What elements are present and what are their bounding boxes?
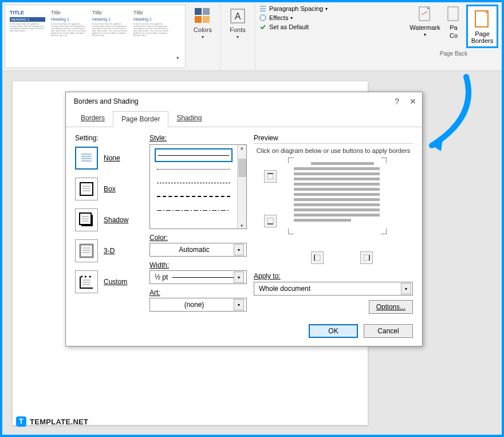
- color-label: Color:: [149, 234, 247, 242]
- corner-mark: [288, 158, 294, 163]
- style-thumb[interactable]: Title Heading 1 In the Insert tab, the g…: [90, 9, 130, 53]
- template-net-watermark: T TEMPLATE.NET: [16, 416, 88, 427]
- svg-point-9: [260, 15, 266, 21]
- setting-custom[interactable]: Custom: [75, 270, 143, 293]
- svg-rect-35: [267, 174, 273, 179]
- setting-shadow[interactable]: Shadow: [75, 208, 143, 231]
- tab-shading[interactable]: Shading: [168, 111, 210, 127]
- style-scrollbar[interactable]: ▴ ▾: [237, 145, 246, 229]
- colors-icon: [194, 7, 212, 25]
- watermark-icon: [416, 5, 434, 23]
- corner-mark: [381, 229, 387, 234]
- width-label: Width:: [149, 261, 247, 269]
- help-button[interactable]: ?: [395, 97, 399, 106]
- watermark-button[interactable]: Watermark ▾: [409, 5, 441, 48]
- gallery-more-button[interactable]: ▾: [172, 9, 183, 64]
- setting-box-icon: [75, 178, 98, 200]
- corner-mark: [288, 229, 294, 234]
- border-left-button[interactable]: [311, 251, 324, 264]
- apply-to-row: Apply to: Whole document ▾: [254, 272, 413, 296]
- setting-shadow-icon: [75, 208, 98, 231]
- border-top-button[interactable]: [264, 170, 277, 183]
- setting-label: Setting:: [75, 134, 143, 142]
- page-borders-button[interactable]: Page Borders: [466, 5, 498, 48]
- tab-page-border[interactable]: Page Border: [113, 111, 168, 127]
- setting-none[interactable]: None: [75, 147, 143, 170]
- preview-canvas[interactable]: [254, 160, 413, 269]
- color-select[interactable]: Automatic ▾: [149, 243, 247, 257]
- effects-button[interactable]: Effects ▾: [259, 14, 328, 22]
- colors-label: Colors: [194, 26, 212, 33]
- svg-rect-39: [314, 255, 320, 261]
- paragraph-spacing-button[interactable]: Paragraph Spacing ▾: [259, 5, 328, 13]
- width-preview-line: [172, 277, 234, 278]
- chevron-down-icon: ▾: [234, 271, 244, 283]
- scroll-down-icon[interactable]: ▾: [241, 223, 243, 229]
- page-borders-icon: [472, 9, 493, 29]
- svg-rect-28: [80, 245, 93, 257]
- set-as-default-button[interactable]: Set as Default: [259, 23, 328, 31]
- ok-button[interactable]: OK: [309, 324, 358, 338]
- setting-box[interactable]: Box: [75, 178, 143, 200]
- svg-rect-12: [448, 7, 458, 21]
- chevron-down-icon: ▾: [290, 15, 293, 21]
- check-icon: [259, 23, 267, 31]
- fonts-group: A Fonts ▾: [220, 2, 255, 70]
- dialog-tabs: Borders Page Border Shading: [66, 111, 422, 127]
- borders-and-shading-dialog: Borders and Shading ? ✕ Borders Page Bor…: [65, 92, 423, 347]
- chevron-down-icon: ▾: [325, 6, 328, 11]
- width-field: Width: ½ pt ▾: [149, 261, 247, 284]
- art-select[interactable]: (none) ▾: [149, 298, 247, 312]
- setting-none-icon: [75, 147, 98, 170]
- border-bottom-button[interactable]: [264, 215, 277, 227]
- style-dashed-fine[interactable]: [155, 176, 233, 190]
- art-field: Art: (none) ▾: [149, 289, 247, 312]
- style-column: Style: ▴ ▾: [149, 134, 247, 314]
- svg-text:A: A: [235, 11, 241, 21]
- scroll-up-icon[interactable]: ▴: [241, 145, 243, 151]
- page-background-group: Watermark ▾ Pa Co Page Borders Page Back: [405, 2, 502, 70]
- dialog-titlebar: Borders and Shading ? ✕: [66, 92, 422, 111]
- document-formatting-options: Paragraph Spacing ▾ Effects ▾ Set as Def…: [255, 2, 331, 70]
- colors-group: Colors ▾: [186, 2, 220, 70]
- svg-rect-41: [364, 255, 369, 261]
- ribbon: TITLE HEADING 1 In the Insert tab, the g…: [2, 2, 502, 71]
- close-button[interactable]: ✕: [410, 97, 416, 106]
- cancel-button[interactable]: Cancel: [364, 324, 413, 338]
- style-dash-dot[interactable]: [155, 203, 233, 217]
- document-formatting-gallery[interactable]: TITLE HEADING 1 In the Insert tab, the g…: [5, 5, 186, 68]
- style-label: Style:: [149, 134, 247, 142]
- colors-button[interactable]: Colors ▾: [191, 6, 214, 41]
- fonts-icon: A: [229, 7, 247, 25]
- chevron-down-icon: ▾: [234, 244, 244, 255]
- chevron-down-icon: ▾: [202, 34, 204, 40]
- page-color-icon: [444, 5, 463, 23]
- setting-column: Setting: None Box Sh: [75, 134, 143, 314]
- page-background-group-label: Page Back: [440, 50, 467, 57]
- svg-line-11: [422, 11, 427, 15]
- chevron-down-icon: ▾: [401, 283, 411, 294]
- width-select[interactable]: ½ pt ▾: [149, 270, 247, 284]
- svg-rect-13: [475, 11, 488, 27]
- style-dashed[interactable]: [155, 190, 233, 203]
- apply-to-label: Apply to:: [254, 272, 413, 280]
- options-button[interactable]: Options...: [369, 300, 413, 314]
- dialog-footer: OK Cancel: [66, 318, 422, 346]
- style-thumb[interactable]: TITLE HEADING 1 In the Insert tab, the g…: [7, 9, 48, 53]
- setting-3d[interactable]: 3-D: [75, 239, 143, 262]
- tab-borders[interactable]: Borders: [73, 111, 113, 127]
- art-label: Art:: [149, 289, 247, 297]
- style-dotted[interactable]: [155, 162, 233, 176]
- scrollbar-thumb[interactable]: [238, 159, 246, 177]
- style-list[interactable]: ▴ ▾: [149, 144, 247, 229]
- preview-page[interactable]: [294, 162, 380, 231]
- apply-to-select[interactable]: Whole document ▾: [254, 282, 413, 296]
- style-thumb[interactable]: Title Heading 1 In the Insert tab, the g…: [131, 9, 171, 53]
- style-solid[interactable]: [155, 148, 233, 162]
- chevron-down-icon: ▾: [237, 34, 239, 40]
- border-right-button[interactable]: [360, 251, 373, 264]
- fonts-button[interactable]: A Fonts ▾: [226, 6, 249, 41]
- svg-rect-1: [203, 8, 210, 15]
- page-color-button[interactable]: Pa Co: [444, 5, 463, 48]
- style-thumb[interactable]: Title Heading 1 In the Insert tab, the g…: [49, 9, 89, 53]
